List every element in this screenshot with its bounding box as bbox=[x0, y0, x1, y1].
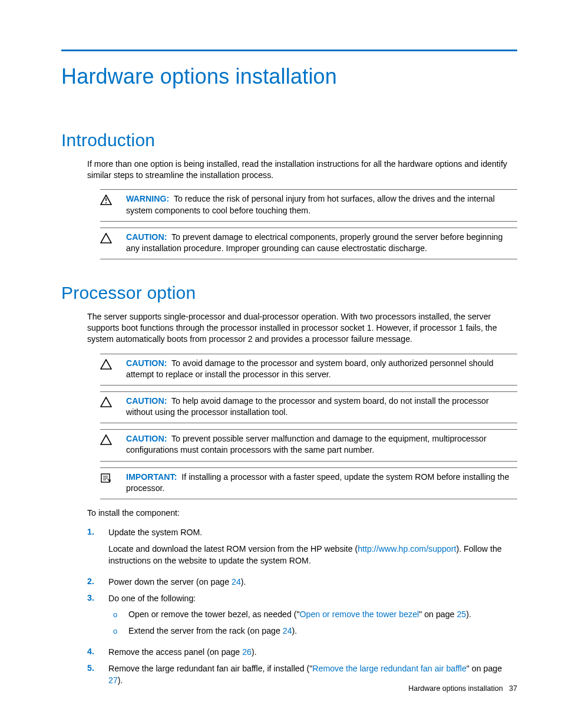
step-text: Locate and download the latest ROM versi… bbox=[108, 543, 517, 567]
footer-text: Hardware options installation bbox=[408, 684, 503, 693]
step-text: Remove the large redundant fan air baffl… bbox=[108, 663, 517, 687]
processor-notices: CAUTION: To help avoid damage to the pro… bbox=[100, 391, 517, 423]
intro-notices: WARNING: To reduce the risk of personal … bbox=[100, 189, 517, 221]
warning-text: WARNING: To reduce the risk of personal … bbox=[126, 193, 517, 216]
warning-label: WARNING: bbox=[126, 194, 169, 203]
caution-text: CAUTION: To help avoid damage to the pro… bbox=[126, 396, 517, 418]
link-open-tower-bezel[interactable]: Open or remove the tower bezel bbox=[300, 610, 419, 619]
step-number: 1. bbox=[87, 527, 108, 572]
step-text: Do one of the following: bbox=[108, 594, 196, 603]
important-text: IMPORTANT: If installing a processor wit… bbox=[126, 472, 517, 494]
intro-paragraph: If more than one option is being install… bbox=[87, 159, 517, 181]
step-3: 3. Do one of the following: o Open or re… bbox=[87, 593, 517, 643]
step-text: Power down the server (on page 24). bbox=[108, 577, 517, 588]
bullet-icon: o bbox=[108, 609, 128, 621]
caution-text: CAUTION: To prevent possible server malf… bbox=[126, 433, 517, 456]
caution-body: To help avoid damage to the processor an… bbox=[126, 396, 489, 417]
substep: o Open or remove the tower bezel, as nee… bbox=[108, 609, 517, 621]
page-title: Hardware options installation bbox=[61, 64, 517, 89]
caution-label: CAUTION: bbox=[126, 434, 167, 443]
page-footer: Hardware options installation 37 bbox=[408, 684, 517, 693]
step-5: 5. Remove the large redundant fan air ba… bbox=[87, 663, 517, 687]
step-number: 3. bbox=[87, 593, 108, 643]
caution-body: To prevent possible server malfunction a… bbox=[126, 434, 487, 454]
processor-paragraph: The server supports single-processor and… bbox=[87, 311, 517, 345]
important-body: If installing a processor with a faster … bbox=[126, 472, 509, 493]
caution-body: To avoid damage to the processor and sys… bbox=[126, 358, 494, 379]
important-notice: IMPORTANT: If installing a processor wit… bbox=[100, 467, 517, 499]
step-2: 2. Power down the server (on page 24). bbox=[87, 577, 517, 588]
heading-introduction: Introduction bbox=[61, 130, 517, 150]
caution-notice: CAUTION: To prevent damage to electrical… bbox=[100, 228, 517, 259]
link-page-24[interactable]: 24 bbox=[232, 577, 241, 587]
bullet-icon: o bbox=[108, 625, 128, 637]
substep-text: Open or remove the tower bezel, as neede… bbox=[128, 609, 517, 621]
processor-notices: CAUTION: To prevent possible server malf… bbox=[100, 429, 517, 461]
processor-notices: IMPORTANT: If installing a processor wit… bbox=[100, 467, 517, 499]
substep: o Extend the server from the rack (on pa… bbox=[108, 625, 517, 637]
warning-notice: WARNING: To reduce the risk of personal … bbox=[100, 189, 517, 221]
caution-text: CAUTION: To prevent damage to electrical… bbox=[126, 232, 517, 254]
step-text: Update the system ROM. bbox=[108, 527, 517, 539]
intro-notices: CAUTION: To prevent damage to electrical… bbox=[100, 228, 517, 259]
link-hp-support[interactable]: http://www.hp.com/support bbox=[358, 544, 456, 554]
processor-notices: CAUTION: To avoid damage to the processo… bbox=[100, 354, 517, 386]
caution-notice: CAUTION: To help avoid damage to the pro… bbox=[100, 391, 517, 423]
step-4: 4. Remove the access panel (on page 26). bbox=[87, 647, 517, 658]
install-lead: To install the component: bbox=[87, 508, 517, 519]
step-text: Remove the access panel (on page 26). bbox=[108, 647, 517, 658]
caution-body: To prevent damage to electrical componen… bbox=[126, 232, 503, 253]
link-page-24[interactable]: 24 bbox=[283, 626, 292, 635]
caution-icon bbox=[100, 433, 126, 456]
caution-notice: CAUTION: To prevent possible server malf… bbox=[100, 429, 517, 461]
caution-label: CAUTION: bbox=[126, 232, 167, 242]
step-number: 2. bbox=[87, 577, 108, 588]
link-page-26[interactable]: 26 bbox=[242, 647, 252, 657]
important-label: IMPORTANT: bbox=[126, 472, 177, 482]
top-rule bbox=[61, 50, 517, 51]
heading-processor-option: Processor option bbox=[61, 283, 517, 303]
caution-notice: CAUTION: To avoid damage to the processo… bbox=[100, 354, 517, 386]
svg-point-1 bbox=[105, 202, 107, 203]
warning-body: To reduce the risk of personal injury fr… bbox=[126, 194, 495, 215]
link-remove-fan-baffle[interactable]: Remove the large redundant fan air baffl… bbox=[312, 664, 467, 673]
caution-label: CAUTION: bbox=[126, 358, 167, 368]
footer-page-number: 37 bbox=[509, 684, 517, 693]
substep-text: Extend the server from the rack (on page… bbox=[128, 625, 517, 637]
caution-icon bbox=[100, 396, 126, 418]
step-number: 5. bbox=[87, 663, 108, 687]
caution-icon bbox=[100, 358, 126, 380]
caution-icon bbox=[100, 232, 126, 254]
caution-label: CAUTION: bbox=[126, 396, 167, 406]
step-number: 4. bbox=[87, 647, 108, 658]
link-page-27[interactable]: 27 bbox=[108, 676, 118, 685]
caution-text: CAUTION: To avoid damage to the processo… bbox=[126, 358, 517, 380]
important-icon bbox=[100, 472, 126, 494]
warning-bang-icon bbox=[100, 193, 126, 216]
link-page-25[interactable]: 25 bbox=[457, 610, 466, 619]
install-steps: 1. Update the system ROM. Locate and dow… bbox=[87, 527, 517, 687]
step-1: 1. Update the system ROM. Locate and dow… bbox=[87, 527, 517, 572]
